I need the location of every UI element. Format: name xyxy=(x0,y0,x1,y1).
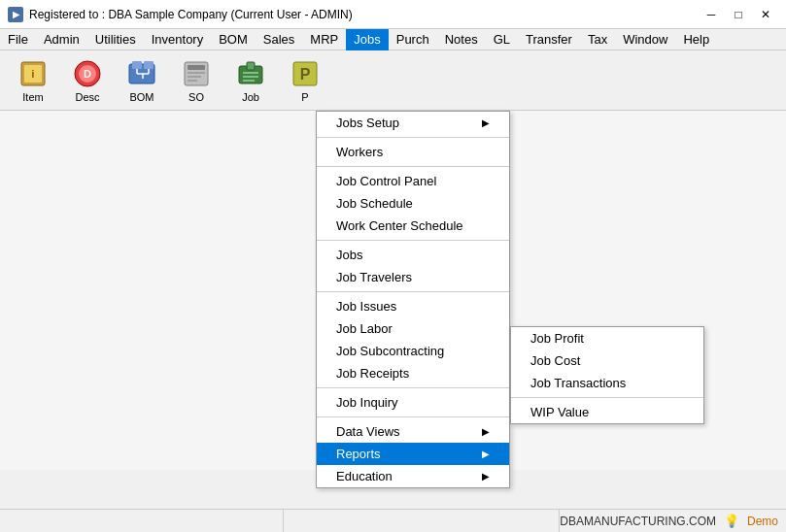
menu-help[interactable]: Help xyxy=(675,29,717,50)
menu-bom[interactable]: BOM xyxy=(211,29,256,50)
status-bar: DBAMANUFACTURING.COM 💡 Demo xyxy=(0,509,786,532)
job-schedule-item[interactable]: Job Schedule xyxy=(317,192,509,215)
separator-1 xyxy=(317,137,509,138)
lightbulb-icon: 💡 xyxy=(724,514,739,528)
job-inquiry-item[interactable]: Job Inquiry xyxy=(317,391,509,414)
menu-notes[interactable]: Notes xyxy=(437,29,486,50)
toolbar-p-label: P xyxy=(301,91,308,103)
svg-text:P: P xyxy=(300,66,311,83)
wip-value-item[interactable]: WIP Value xyxy=(511,401,703,423)
job-cost-item[interactable]: Job Cost xyxy=(511,349,703,372)
toolbar-item-label: Item xyxy=(22,91,43,103)
menu-inventory[interactable]: Inventory xyxy=(144,29,211,50)
menu-mrp[interactable]: MRP xyxy=(302,29,346,50)
job-subcontracting-item[interactable]: Job Subcontracting xyxy=(317,340,509,362)
toolbar-bom-label: BOM xyxy=(129,91,154,103)
separator-5 xyxy=(317,387,509,388)
toolbar-job-label: Job xyxy=(242,91,259,103)
svg-rect-20 xyxy=(243,72,258,74)
title-bar-controls: ─ □ ✕ xyxy=(699,5,778,24)
menu-admin[interactable]: Admin xyxy=(36,29,87,50)
work-center-schedule-item[interactable]: Work Center Schedule xyxy=(317,215,509,237)
svg-text:i: i xyxy=(32,69,35,80)
job-receipts-item[interactable]: Job Receipts xyxy=(317,362,509,384)
svg-rect-22 xyxy=(243,80,255,82)
jobs-item[interactable]: Jobs xyxy=(317,244,509,266)
title-bar: ▶ Registered to : DBA Sample Company (Cu… xyxy=(0,0,786,29)
menu-transfer[interactable]: Transfer xyxy=(518,29,580,50)
menu-bar: File Admin Utilities Inventory BOM Sales… xyxy=(0,29,786,50)
reports-submenu: Job Profit Job Cost Job Transactions WIP… xyxy=(510,326,704,424)
toolbar-job-button[interactable]: Job xyxy=(225,54,276,107)
app-icon: ▶ xyxy=(8,7,23,22)
reports-item[interactable]: Reports▶ xyxy=(317,443,509,465)
menu-window[interactable]: Window xyxy=(615,29,675,50)
job-travelers-item[interactable]: Job Travelers xyxy=(317,266,509,288)
svg-rect-16 xyxy=(188,76,201,78)
menu-gl[interactable]: GL xyxy=(486,29,518,50)
job-issues-item[interactable]: Job Issues xyxy=(317,295,509,317)
job-control-panel-item[interactable]: Job Control Panel xyxy=(317,170,509,192)
svg-rect-19 xyxy=(247,62,255,70)
job-labor-item[interactable]: Job Labor xyxy=(317,317,509,340)
toolbar-item-button[interactable]: i Item xyxy=(8,54,58,107)
education-item[interactable]: Education▶ xyxy=(317,465,509,487)
menu-file[interactable]: File xyxy=(0,29,36,50)
svg-rect-14 xyxy=(188,65,205,70)
toolbar-so-label: SO xyxy=(188,91,204,103)
toolbar-so-button[interactable]: SO xyxy=(171,54,222,107)
item-icon: i xyxy=(17,58,49,89)
toolbar-desc-label: Desc xyxy=(75,91,99,103)
toolbar-bom-button[interactable]: BOM xyxy=(117,54,167,107)
separator-2 xyxy=(317,166,509,167)
toolbar-desc-button[interactable]: D Desc xyxy=(62,54,113,107)
svg-rect-8 xyxy=(144,61,154,69)
separator-6 xyxy=(317,416,509,417)
status-url: DBAMANUFACTURING.COM xyxy=(560,515,716,528)
toolbar-p-button[interactable]: P P xyxy=(280,54,330,107)
bom-icon xyxy=(126,58,157,89)
job-icon xyxy=(235,58,266,89)
title-bar-text: Registered to : DBA Sample Company (Curr… xyxy=(29,8,699,21)
so-icon xyxy=(181,58,212,89)
separator-3 xyxy=(317,240,509,241)
job-profit-item[interactable]: Job Profit xyxy=(511,327,703,349)
menu-purch[interactable]: Purch xyxy=(389,29,437,50)
close-button[interactable]: ✕ xyxy=(753,5,778,24)
demo-label: Demo xyxy=(747,515,778,528)
workers-item[interactable]: Workers xyxy=(317,141,509,163)
data-views-item[interactable]: Data Views▶ xyxy=(317,420,509,443)
svg-rect-15 xyxy=(188,72,205,74)
reports-separator xyxy=(511,397,703,398)
svg-rect-7 xyxy=(132,61,142,69)
svg-rect-17 xyxy=(188,80,197,82)
menu-jobs[interactable]: Jobs xyxy=(346,29,388,50)
toolbar: i Item D Desc BOM xyxy=(0,50,786,111)
svg-rect-21 xyxy=(243,76,258,78)
p-icon: P xyxy=(290,58,321,89)
jobs-setup-item[interactable]: Jobs Setup▶ xyxy=(317,112,509,134)
menu-sales[interactable]: Sales xyxy=(256,29,303,50)
desc-icon: D xyxy=(72,58,103,89)
menu-utilities[interactable]: Utilities xyxy=(87,29,144,50)
jobs-dropdown: Jobs Setup▶ Workers Job Control Panel Jo… xyxy=(316,111,510,488)
menu-tax[interactable]: Tax xyxy=(580,29,615,50)
svg-text:D: D xyxy=(84,68,91,80)
separator-4 xyxy=(317,291,509,292)
job-transactions-item[interactable]: Job Transactions xyxy=(511,372,703,394)
main-content: Jobs Setup▶ Workers Job Control Panel Jo… xyxy=(0,111,786,470)
restore-button[interactable]: □ xyxy=(726,5,751,24)
status-right: DBAMANUFACTURING.COM 💡 Demo xyxy=(560,514,778,528)
minimize-button[interactable]: ─ xyxy=(699,5,724,24)
